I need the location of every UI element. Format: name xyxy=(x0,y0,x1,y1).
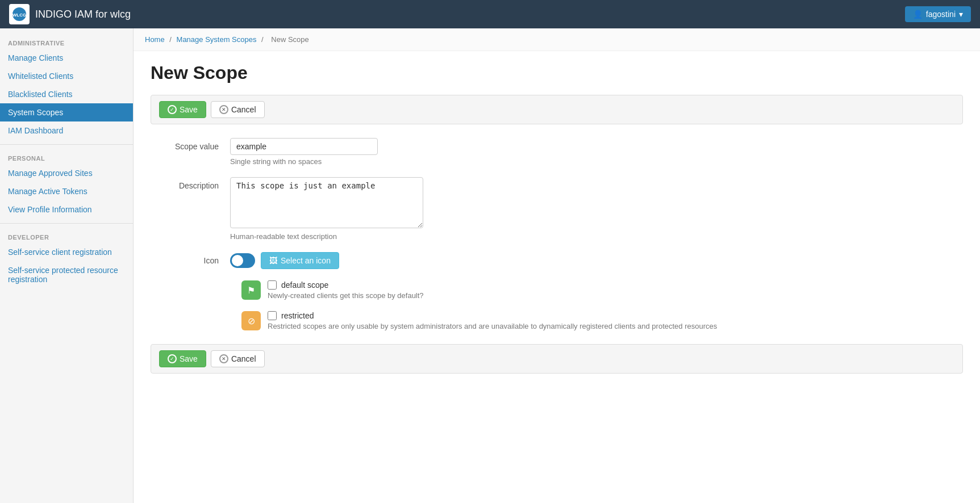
description-label: Description xyxy=(151,177,230,190)
save-check-icon xyxy=(168,105,177,114)
scope-value-label: Scope value xyxy=(151,138,230,151)
default-scope-hint: Newly-created clients get this scope by … xyxy=(268,291,424,300)
default-scope-checkbox[interactable] xyxy=(268,280,277,290)
image-icon: 🖼 xyxy=(269,256,277,265)
sidebar-item-manage-approved-sites[interactable]: Manage Approved Sites xyxy=(0,164,133,182)
sidebar-item-blacklisted-clients[interactable]: Blacklisted Clients xyxy=(0,85,133,103)
restricted-group: ⊘ restricted Restricted scopes are only … xyxy=(151,311,963,330)
icon-label: Icon xyxy=(151,252,230,265)
sidebar-item-manage-clients[interactable]: Manage Clients xyxy=(0,49,133,67)
user-label: fagostini xyxy=(926,10,956,19)
sidebar-item-self-service-client[interactable]: Self-service client registration xyxy=(0,243,133,261)
description-wrap: This scope is just an example Human-read… xyxy=(230,177,628,241)
layout: Administrative Manage Clients Whiteliste… xyxy=(0,28,980,503)
bottom-save-button[interactable]: Save xyxy=(159,350,206,367)
select-icon-button[interactable]: 🖼 Select an icon xyxy=(261,252,339,269)
restricted-checkbox[interactable] xyxy=(268,311,277,320)
select-icon-label: Select an icon xyxy=(281,256,331,265)
sidebar: Administrative Manage Clients Whiteliste… xyxy=(0,28,134,503)
sidebar-item-manage-active-tokens[interactable]: Manage Active Tokens xyxy=(0,182,133,200)
breadcrumb-current: New Scope xyxy=(271,35,308,44)
breadcrumb-home[interactable]: Home xyxy=(145,35,165,44)
default-scope-group: ⚑ default scope Newly-created clients ge… xyxy=(151,280,963,300)
scope-value-group: Scope value Single string with no spaces xyxy=(151,138,963,166)
sidebar-divider-1 xyxy=(0,144,133,145)
breadcrumb-sep-1: / xyxy=(169,35,173,44)
top-cancel-button[interactable]: ✕ Cancel xyxy=(211,101,265,118)
top-save-label: Save xyxy=(180,105,198,114)
breadcrumb: Home / Manage System Scopes / New Scope xyxy=(134,28,980,51)
icon-row: 🖼 Select an icon xyxy=(230,252,628,269)
scope-value-hint: Single string with no spaces xyxy=(230,157,628,166)
description-textarea[interactable]: This scope is just an example xyxy=(230,177,423,228)
breadcrumb-manage-scopes[interactable]: Manage System Scopes xyxy=(177,35,257,44)
svg-text:WLCG: WLCG xyxy=(12,12,26,18)
user-menu-button[interactable]: 👤 fagostini ▾ xyxy=(905,6,971,22)
admin-section-label: Administrative xyxy=(0,34,133,49)
bottom-cancel-label: Cancel xyxy=(231,354,256,363)
bottom-toolbar: Save ✕ Cancel xyxy=(151,344,963,374)
sidebar-item-view-profile-information[interactable]: View Profile Information xyxy=(0,200,133,219)
app-title: INDIGO IAM for wlcg xyxy=(35,9,131,20)
restricted-icon: ⊘ xyxy=(241,311,261,330)
bottom-cancel-button[interactable]: ✕ Cancel xyxy=(211,350,265,367)
bottom-save-check-icon xyxy=(168,354,177,363)
developer-section-label: Developer xyxy=(0,228,133,243)
main-content: Home / Manage System Scopes / New Scope … xyxy=(134,28,980,503)
default-scope-label-text: default scope xyxy=(281,280,328,290)
default-scope-content: default scope Newly-created clients get … xyxy=(268,280,424,300)
logo-icon: WLCG xyxy=(9,4,30,24)
personal-section-label: Personal xyxy=(0,149,133,164)
brand: WLCG INDIGO IAM for wlcg xyxy=(9,4,131,24)
sidebar-divider-2 xyxy=(0,223,133,224)
scope-value-input[interactable] xyxy=(230,138,378,155)
icon-toggle[interactable] xyxy=(230,253,255,268)
navbar: WLCG INDIGO IAM for wlcg 👤 fagostini ▾ xyxy=(0,0,980,28)
icon-wrap: 🖼 Select an icon xyxy=(230,252,628,269)
page-content: New Scope Save ✕ Cancel Scope value xyxy=(134,51,980,385)
breadcrumb-sep-2: / xyxy=(261,35,265,44)
default-scope-icon: ⚑ xyxy=(241,280,261,300)
sidebar-item-iam-dashboard[interactable]: IAM Dashboard xyxy=(0,121,133,140)
description-group: Description This scope is just an exampl… xyxy=(151,177,963,241)
sidebar-item-self-service-protected[interactable]: Self-service protected resource registra… xyxy=(0,261,133,288)
top-toolbar: Save ✕ Cancel xyxy=(151,95,963,124)
restricted-label-row: restricted xyxy=(268,311,717,320)
dropdown-chevron-icon: ▾ xyxy=(959,10,963,19)
restricted-hint: Restricted scopes are only usable by sys… xyxy=(268,322,717,330)
sidebar-item-system-scopes[interactable]: System Scopes xyxy=(0,103,133,121)
top-cancel-label: Cancel xyxy=(231,105,256,114)
default-scope-label-row: default scope xyxy=(268,280,424,290)
description-hint: Human-readable text description xyxy=(230,232,628,241)
bottom-cancel-circle-icon: ✕ xyxy=(219,354,228,363)
top-save-button[interactable]: Save xyxy=(159,101,206,118)
user-icon: 👤 xyxy=(913,10,923,19)
restricted-label-text: restricted xyxy=(281,311,314,320)
bottom-save-label: Save xyxy=(180,354,198,363)
scope-value-wrap: Single string with no spaces xyxy=(230,138,628,166)
sidebar-item-whitelisted-clients[interactable]: Whitelisted Clients xyxy=(0,67,133,85)
cancel-circle-icon: ✕ xyxy=(219,105,228,114)
icon-group: Icon 🖼 Select an icon xyxy=(151,252,963,269)
restricted-content: restricted Restricted scopes are only us… xyxy=(268,311,717,330)
page-title: New Scope xyxy=(151,62,963,83)
